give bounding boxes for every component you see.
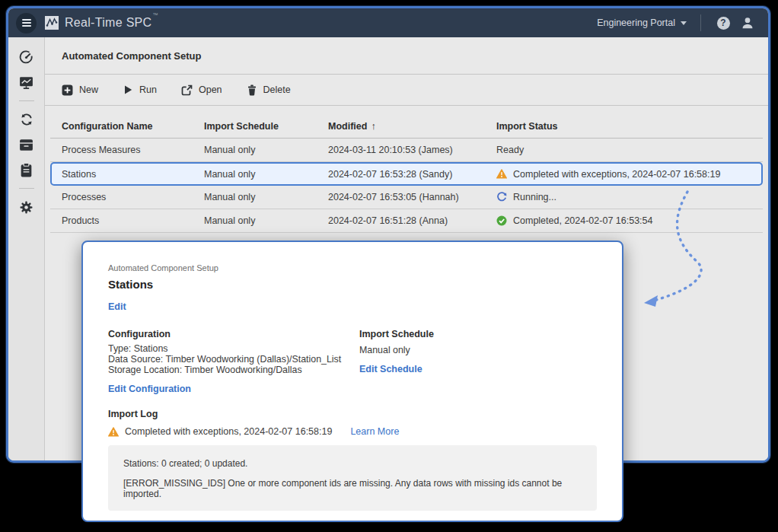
left-sidebar — [8, 37, 45, 460]
cell-configuration-name: Process Measures — [62, 145, 204, 155]
cell-configuration-name: Processes — [62, 192, 204, 202]
edit-schedule-link[interactable]: Edit Schedule — [359, 364, 422, 374]
page-title: Automated Component Setup — [45, 37, 768, 75]
configuration-data-source: Data Source: Timber Woodworking (Dallas)… — [108, 355, 359, 365]
table-row[interactable]: Process Measures Manual only 2024-03-11 … — [50, 139, 763, 162]
cell-configuration-name: Stations — [62, 169, 204, 180]
cell-import-status: Completed, 2024-02-07 16:53:54 — [496, 215, 751, 226]
status-text: Completed, 2024-02-07 16:53:54 — [513, 215, 652, 226]
cell-configuration-name: Products — [62, 215, 204, 226]
sidebar-item-settings[interactable] — [18, 198, 36, 216]
open-button[interactable]: Open — [181, 84, 222, 96]
clipboard-icon — [18, 162, 34, 178]
gear-icon — [19, 200, 33, 215]
sort-ascending-icon: ↑ — [371, 121, 375, 132]
cell-modified: 2024-02-07 16:53:05 (Hannah) — [328, 192, 496, 202]
header-modified[interactable]: Modified↑ — [328, 121, 496, 132]
sidebar-divider — [19, 100, 34, 101]
new-button[interactable]: New — [62, 84, 98, 96]
table-row[interactable]: Processes Manual only 2024-02-07 16:53:0… — [50, 186, 763, 209]
header-import-status[interactable]: Import Status — [496, 121, 751, 132]
portal-selector[interactable]: Engineering Portal — [597, 18, 687, 28]
table-row-selected[interactable]: Stations Manual only 2024-02-07 16:53:28… — [50, 162, 763, 186]
cell-import-schedule: Manual only — [204, 192, 328, 202]
import-log-output: Stations: 0 created; 0 updated. [ERROR_M… — [108, 445, 597, 511]
table-row[interactable]: Products Manual only 2024-02-07 16:51:28… — [50, 209, 763, 233]
status-text: Completed with exceptions, 2024-02-07 16… — [513, 169, 720, 180]
configuration-type: Type: Stations — [108, 344, 359, 355]
configuration-storage-location: Storage Location: Timber Woodworking/Dal… — [108, 365, 359, 376]
play-icon — [123, 84, 133, 95]
configurations-table: Configuration Name Import Schedule Modif… — [45, 106, 768, 233]
cell-import-schedule: Manual only — [204, 215, 328, 226]
cell-import-schedule: Manual only — [204, 145, 328, 155]
import-schedule-value: Manual only — [359, 345, 434, 355]
open-external-icon — [181, 84, 193, 96]
sync-icon — [19, 112, 34, 127]
sidebar-item-clipboard[interactable] — [18, 161, 36, 179]
edit-configuration-link[interactable]: Edit Configuration — [108, 384, 191, 394]
hamburger-menu-icon[interactable] — [16, 13, 37, 33]
edit-link[interactable]: Edit — [108, 301, 126, 312]
running-refresh-icon — [496, 192, 507, 202]
learn-more-link[interactable]: Learn More — [350, 426, 399, 437]
app-logo: Real-Time SPC™ — [44, 15, 158, 30]
table-header-row: Configuration Name Import Schedule Modif… — [50, 115, 763, 139]
user-account-button[interactable] — [739, 14, 756, 31]
status-text: Ready — [496, 145, 524, 155]
run-button[interactable]: Run — [123, 84, 157, 95]
toolbar: New Run Open — [45, 75, 768, 106]
app-title: Real-Time SPC™ — [65, 16, 158, 30]
detail-panel: Automated Component Setup Stations Edit … — [81, 241, 623, 522]
archive-box-icon — [18, 137, 34, 153]
cell-modified: 2024-02-07 16:53:28 (Sandy) — [328, 169, 496, 180]
sidebar-item-archive[interactable] — [18, 135, 36, 154]
header-import-schedule[interactable]: Import Schedule — [204, 121, 328, 132]
configuration-section: Configuration Type: Stations Data Source… — [108, 329, 359, 395]
header-configuration-name[interactable]: Configuration Name — [62, 121, 204, 132]
sidebar-item-sync[interactable] — [18, 110, 36, 129]
dashboard-gauge-icon — [18, 49, 34, 65]
run-button-label: Run — [139, 84, 157, 95]
cell-import-schedule: Manual only — [204, 169, 328, 180]
sidebar-item-charts[interactable] — [18, 73, 36, 91]
cell-import-status: Ready — [496, 145, 751, 155]
cell-modified: 2024-03-11 20:10:53 (James) — [328, 145, 496, 155]
chevron-down-icon — [681, 21, 687, 25]
plus-icon — [62, 84, 73, 96]
cell-import-status: Completed with exceptions, 2024-02-07 16… — [496, 169, 751, 180]
sidebar-item-dashboard[interactable] — [18, 48, 36, 66]
top-bar: Real-Time SPC™ Engineering Portal ? — [8, 8, 768, 37]
open-button-label: Open — [199, 84, 222, 95]
warning-icon — [108, 427, 119, 437]
trademark-symbol: ™ — [152, 12, 158, 18]
log-line: Stations: 0 created; 0 updated. — [123, 458, 582, 469]
delete-button[interactable]: Delete — [247, 84, 291, 96]
help-icon: ? — [717, 17, 730, 30]
detail-title: Stations — [108, 278, 597, 291]
user-icon — [741, 16, 754, 30]
status-text: Running... — [513, 192, 556, 202]
log-line: [ERROR_MISSING_IDS] One or more componen… — [123, 478, 582, 499]
import-log-heading: Import Log — [108, 409, 597, 419]
sidebar-divider — [19, 188, 34, 189]
portal-label: Engineering Portal — [597, 18, 675, 28]
import-log-status-text: Completed with exceptions, 2024-02-07 16… — [125, 426, 332, 437]
trash-icon — [247, 84, 257, 96]
delete-button-label: Delete — [263, 84, 291, 95]
configuration-heading: Configuration — [108, 329, 359, 339]
monitor-chart-icon — [18, 75, 34, 91]
new-button-label: New — [79, 84, 98, 95]
cell-import-status: Running... — [496, 192, 751, 202]
success-check-icon — [496, 215, 507, 226]
import-schedule-section: Import Schedule Manual only Edit Schedul… — [359, 329, 434, 395]
spc-chart-logo-icon — [44, 15, 59, 30]
warning-icon — [496, 169, 507, 179]
import-schedule-heading: Import Schedule — [359, 329, 434, 339]
cell-modified: 2024-02-07 16:51:28 (Anna) — [328, 215, 496, 226]
help-button[interactable]: ? — [715, 14, 732, 31]
import-log-status-row: Completed with exceptions, 2024-02-07 16… — [108, 426, 597, 437]
breadcrumb: Automated Component Setup — [108, 263, 597, 272]
topbar-divider — [700, 14, 701, 31]
